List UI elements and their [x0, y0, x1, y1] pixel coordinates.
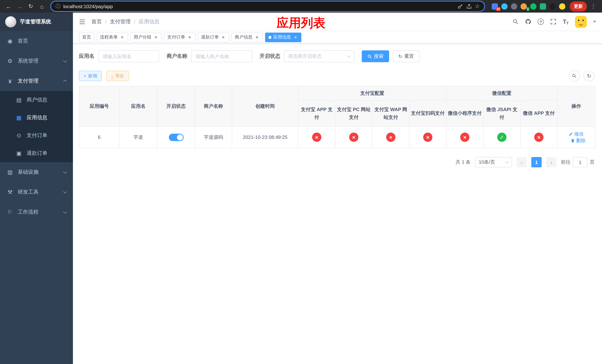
app-title: 芋道管理系统 [20, 19, 51, 25]
browser-forward-icon[interactable]: → [15, 1, 24, 11]
col-wx-jsapi: 微信 JSAPI 支付 [483, 101, 520, 127]
delete-button[interactable]: 删除 [570, 137, 586, 144]
tab-app-info[interactable]: 应用信息× [265, 32, 301, 42]
sidebar-item-workflow[interactable]: ⚐ 工作流程 [0, 202, 73, 222]
next-page-button[interactable]: › [546, 157, 557, 167]
export-button[interactable]: ↓ 导出 [106, 71, 129, 81]
tab-pay-orders[interactable]: 支付订单× [164, 32, 195, 42]
alipay-qr-status-icon: × [423, 133, 432, 142]
chevron-down-icon [63, 190, 67, 193]
extension-icon[interactable] [549, 3, 556, 10]
url-text[interactable]: localhost:1024/pay/app [63, 3, 454, 9]
close-icon[interactable]: × [153, 35, 159, 40]
current-page-button[interactable]: 1 [531, 157, 542, 167]
password-key-icon[interactable] [457, 3, 463, 9]
col-alipay-pc: 支付宝 PC 网站支付 [335, 101, 372, 127]
grid-icon: ▦ [16, 114, 22, 121]
search-icon [572, 73, 577, 78]
extension-icon[interactable] [501, 3, 508, 10]
merchant-name-input[interactable] [191, 50, 252, 62]
reset-button[interactable]: ↻ 重置 [393, 50, 419, 62]
header-actions: ? TT [512, 16, 596, 28]
extension-icon[interactable] [530, 3, 537, 10]
sidebar-item-refund-orders[interactable]: ▣ 退款订单 [0, 144, 73, 162]
extensions-area: 10 1 [489, 3, 568, 10]
enabled-toggle[interactable] [169, 133, 183, 141]
bookmark-star-icon[interactable]: ☆ [475, 3, 480, 10]
col-alipay-wap: 支付宝 WAP 网站支付 [372, 101, 409, 127]
extension-icon[interactable] [540, 3, 546, 10]
prev-page-button[interactable]: ‹ [516, 157, 527, 167]
extension-badge: 10 [496, 7, 501, 11]
tools-icon: ⚒ [7, 189, 13, 195]
refresh-icon: ↻ [398, 54, 402, 59]
extension-icon[interactable]: 10 [492, 3, 498, 10]
total-count: 共 1 条 [456, 159, 471, 166]
search-button[interactable]: 搜索 [362, 50, 389, 62]
page-size-select[interactable]: 10条/页 [475, 157, 512, 167]
tab-process-form[interactable]: 流程表单× [97, 32, 128, 42]
sidebar-item-system[interactable]: ⚙ 系统管理 [0, 51, 73, 71]
close-icon[interactable]: × [254, 35, 259, 40]
collapse-sidebar-icon[interactable] [79, 18, 86, 25]
refresh-table-button[interactable]: ↻ [583, 70, 595, 81]
browser-menu-icon[interactable]: ⋮ [588, 3, 598, 10]
tab-merchant-info[interactable]: 商户信息× [231, 32, 263, 42]
close-icon[interactable]: × [221, 35, 226, 40]
help-icon[interactable]: ? [538, 19, 544, 25]
tab-user-group[interactable]: 用户分组× [130, 32, 162, 42]
col-app-id: 应用编号 [79, 86, 119, 127]
caret-down-icon[interactable] [593, 21, 596, 22]
share-icon[interactable] [466, 3, 472, 9]
group-wechat-config: 微信配置 [446, 86, 557, 101]
profile-avatar[interactable] [559, 3, 565, 10]
breadcrumb-home[interactable]: 首页 [91, 18, 102, 25]
sidebar-item-home[interactable]: ◉ 首页 [0, 31, 73, 51]
browser-update-button[interactable]: 更新 [570, 1, 587, 11]
extension-badge: 1 [526, 7, 529, 11]
close-icon[interactable]: × [293, 35, 298, 40]
cell-app-id: 6 [79, 127, 119, 148]
extension-icon[interactable]: 1 [521, 3, 527, 10]
col-created: 创建时间 [232, 86, 298, 127]
search-icon[interactable] [512, 19, 519, 25]
site-info-icon[interactable]: ⓘ [55, 3, 60, 10]
user-avatar[interactable] [575, 16, 587, 28]
app-name-input[interactable] [98, 50, 159, 62]
topbar: 首页 / 支付管理 / 应用信息 应用列表 ? [73, 13, 602, 31]
font-size-icon[interactable]: TT [563, 18, 569, 25]
workflow-icon: ⚐ [7, 209, 13, 215]
goto-page-input[interactable] [573, 157, 588, 167]
add-button[interactable]: + 新增 [79, 71, 102, 81]
fullscreen-icon[interactable] [550, 19, 557, 25]
close-icon[interactable]: × [119, 35, 125, 40]
col-alipay-qr: 支付宝扫码支付 [409, 101, 446, 127]
toggle-search-button[interactable] [569, 70, 580, 81]
alipay-pc-status-icon: × [349, 133, 358, 142]
tab-home[interactable]: 首页 [79, 32, 94, 42]
address-bar[interactable]: ⓘ localhost:1024/pay/app ☆ [51, 1, 484, 11]
extension-icon[interactable] [511, 3, 517, 10]
tab-refund-orders[interactable]: 退款订单× [198, 32, 229, 42]
sidebar-item-dev-tools[interactable]: ⚒ 研发工具 [0, 182, 73, 202]
sidebar-item-pay-orders[interactable]: ⊙ 支付订单 [0, 127, 73, 144]
close-icon[interactable]: × [187, 35, 192, 40]
browser-back-icon[interactable]: ← [4, 1, 13, 11]
breadcrumb-payment[interactable]: 支付管理 [110, 18, 131, 25]
sidebar-item-app-info[interactable]: ▦ 应用信息 [0, 109, 73, 127]
github-icon[interactable] [525, 19, 531, 25]
card-icon: ▤ [16, 97, 22, 103]
cell-created: 2021-10-23 08:49:25 [232, 127, 298, 148]
edit-button[interactable]: 修改 [569, 130, 584, 137]
browser-refresh-icon[interactable]: ↻ [26, 1, 35, 11]
refund-icon: ▣ [16, 150, 22, 157]
sidebar-item-merchant-info[interactable]: ▤ 商户信息 [0, 91, 73, 109]
download-icon: ↓ [111, 74, 113, 78]
sidebar-item-infrastructure[interactable]: ▥ 基础设施 [0, 162, 73, 182]
status-select[interactable]: 请选择开启状态 [284, 50, 354, 62]
col-actions: 操作 [557, 86, 595, 127]
browser-home-icon[interactable]: ⌂ [37, 1, 47, 11]
goto-suffix: 页 [590, 159, 595, 166]
sidebar-item-payment[interactable]: ¥ 支付管理 [0, 71, 73, 91]
pencil-icon [569, 132, 573, 136]
